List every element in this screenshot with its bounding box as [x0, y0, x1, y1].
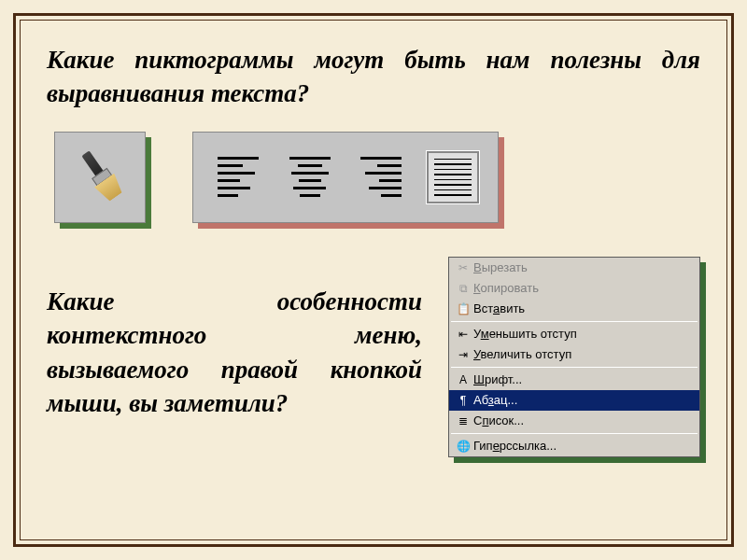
paragraph-icon: ¶ [453, 394, 473, 407]
question-1: Какие пиктограммы могут быть нам полезны… [47, 43, 700, 111]
context-menu-example: ✂Вырезать⧉Копировать📋Вставить⇤Уменьшить … [448, 257, 700, 457]
alignment-toolbar [192, 132, 499, 223]
menu-item[interactable]: ⇤Уменьшить отступ [449, 324, 699, 344]
menu-item-label: Вставить [473, 301, 690, 315]
menu-separator [451, 367, 698, 368]
outdent-icon: ⇤ [453, 328, 473, 341]
format-painter-tile [54, 132, 146, 223]
slide-outer-border: Какие пиктограммы могут быть нам полезны… [13, 13, 734, 547]
menu-item[interactable]: 📋Вставить [449, 299, 699, 319]
menu-item[interactable]: ⇥Увеличить отступ [449, 344, 699, 365]
menu-item-label: Вырезать [473, 260, 690, 274]
cut-icon: ✂ [453, 261, 473, 274]
menu-item[interactable]: ¶Абзац... [449, 390, 699, 411]
format-painter-icon [64, 141, 134, 214]
copy-icon: ⧉ [453, 282, 473, 295]
hyperlink-icon: 🌐 [453, 440, 473, 453]
menu-item-label: Уменьшить отступ [473, 327, 690, 341]
font-icon: A [453, 373, 473, 386]
context-menu: ✂Вырезать⧉Копировать📋Вставить⇤Уменьшить … [448, 257, 700, 457]
menu-item[interactable]: ≣Список... [449, 411, 699, 431]
menu-item: ⧉Копировать [449, 278, 699, 299]
menu-separator [451, 433, 698, 434]
align-right-button[interactable] [355, 151, 407, 203]
align-left-button[interactable] [212, 151, 264, 203]
menu-item-label: Копировать [473, 281, 690, 295]
paste-icon: 📋 [453, 302, 473, 315]
align-center-button[interactable] [284, 151, 336, 203]
menu-item-label: Список... [473, 413, 690, 427]
menu-item-label: Абзац... [473, 393, 690, 407]
menu-item-label: Шрифт... [473, 372, 690, 386]
list-icon: ≣ [453, 414, 473, 427]
indent-icon: ⇥ [453, 348, 473, 361]
menu-item-label: Увеличить отступ [473, 347, 690, 361]
menu-item: ✂Вырезать [449, 258, 699, 278]
menu-item[interactable]: 🌐Гиперссылка... [449, 436, 699, 456]
toolbar-examples-row [54, 132, 700, 223]
question-2: Какие особенности контекстного меню, выз… [47, 257, 422, 421]
menu-item-label: Гиперссылка... [473, 439, 690, 453]
align-justify-button[interactable] [427, 151, 479, 203]
menu-separator [451, 321, 698, 322]
menu-item[interactable]: AШрифт... [449, 370, 699, 390]
slide-inner-border: Какие пиктограммы могут быть нам полезны… [20, 20, 727, 540]
